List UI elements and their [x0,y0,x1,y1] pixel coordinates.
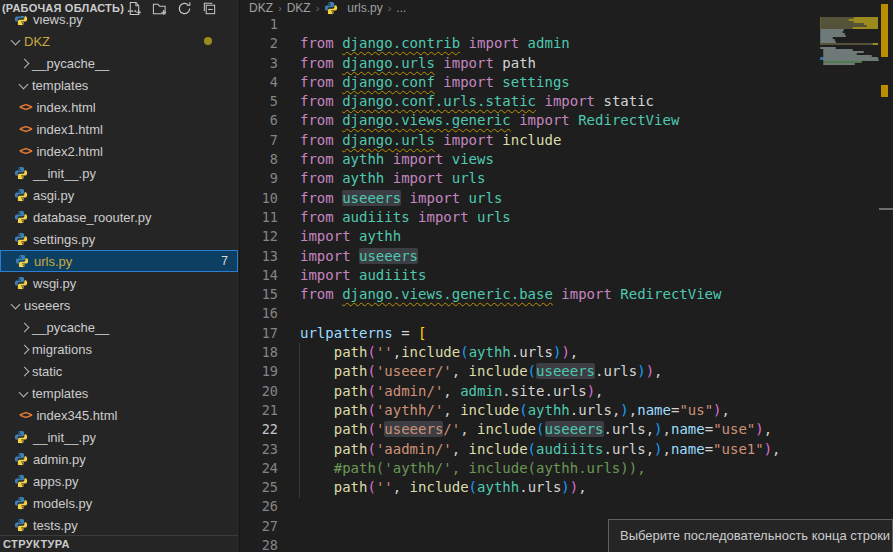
code-line[interactable]: 26 [241,497,893,516]
breadcrumb-separator-icon: › [316,2,320,14]
breadcrumb-item-...[interactable]: ... [396,1,406,15]
code-line-text: from aythh import views [300,150,494,169]
python-icon [14,232,28,246]
tree-item-label: tests.py [33,518,78,533]
tree-item-label: static [32,364,62,379]
code-line[interactable]: 15from django.views.generic.base import … [241,285,893,304]
code-line[interactable]: 23 path('aadmin/', include(audiiits.urls… [241,440,893,459]
code-line[interactable]: 9from aythh import urls [241,169,893,188]
tree-item-models.py[interactable]: models.py [0,492,238,514]
tree-item-templates[interactable]: templates [0,382,238,404]
code-line[interactable]: 17urlpatterns = [ [241,324,893,343]
code-line[interactable]: 11from audiiits import urls [241,208,893,227]
line-number: 24 [241,459,278,478]
tree-item-asgi.py[interactable]: asgi.py [0,184,238,206]
minimap[interactable] [820,15,878,125]
collapse-all-icon[interactable] [202,1,217,16]
line-number: 17 [241,324,278,343]
line-number: 21 [241,401,278,420]
code-line[interactable]: 25 path('', include(aythh.urls)), [241,478,893,497]
code-line[interactable]: 19 path('useeer/', include(useeers.urls)… [241,362,893,381]
outline-section-header[interactable]: СТРУКТУРА [0,535,238,552]
tree-item-__init__.py[interactable]: __init__.py [0,162,238,184]
tree-item-label: templates [32,78,88,93]
python-icon [324,1,338,15]
code-line[interactable]: 12import aythh [241,227,893,246]
code-line[interactable]: 22 path('useeers/', include(useeers.urls… [241,420,893,439]
code-line[interactable]: 16 [241,304,893,323]
code-line[interactable]: 3from django.urls import path [241,54,893,73]
tree-item-index1.html[interactable]: <>index1.html [0,118,238,140]
refresh-icon[interactable] [177,1,192,16]
code-line[interactable]: 2from django.contrib import admin [241,34,893,53]
python-icon [14,518,28,532]
explorer-actions [127,0,217,16]
tree-item-__pycache__[interactable]: __pycache__ [0,316,238,338]
code-line[interactable]: 18 path('',include(aythh.urls)), [241,343,893,362]
code-line[interactable]: 4from django.conf import settings [241,73,893,92]
code-area[interactable]: 12from django.contrib import admin3from … [241,15,893,552]
workspace-section-header[interactable]: (РАБОЧАЯ ОБЛАСТЬ) ... [0,0,238,16]
tree-item-useeers[interactable]: useeers [0,294,238,316]
code-line[interactable]: 13import useeers [241,247,893,266]
tree-item-tests.py[interactable]: tests.py [0,514,238,536]
code-line[interactable]: 10from useeers import urls [241,189,893,208]
tree-item-label: __init__.py [33,166,96,181]
tree-item-index345.html[interactable]: <>index345.html [0,404,238,426]
tree-item-label: index.html [36,100,95,115]
minimap-line-bar [820,43,873,45]
tree-item-label: migrations [32,342,92,357]
tree-item-index2.html[interactable]: <>index2.html [0,140,238,162]
tree-item-apps.py[interactable]: apps.py [0,470,238,492]
line-number: 16 [241,304,278,323]
code-line[interactable]: 20 path('admin/', admin.site.urls), [241,382,893,401]
tree-item-DKZ[interactable]: DKZ [0,30,238,52]
editor-pane[interactable]: DKZ›DKZ› urls.py›... 12from django.contr… [241,0,893,552]
code-line[interactable]: 1 [241,15,893,34]
tree-item-__pycache__[interactable]: __pycache__ [0,52,238,74]
new-folder-icon[interactable] [152,1,167,16]
code-line-text: path('useeers/', include(useeers.urls,),… [300,420,772,439]
tree-item-label: wsgi.py [33,276,76,291]
code-line[interactable]: 7from django.urls import include [241,131,893,150]
code-line[interactable]: 21 path('aythh/', include(aythh.urls,),n… [241,401,893,420]
code-line[interactable]: 8from aythh import views [241,150,893,169]
line-number: 13 [241,247,278,266]
new-file-icon[interactable] [127,1,142,16]
tree-item-label: admin.py [33,452,86,467]
tree-item-admin.py[interactable]: admin.py [0,448,238,470]
tree-item-urls.py[interactable]: urls.py7 [0,250,238,272]
tree-item-label: models.py [33,496,92,511]
tree-item-static[interactable]: static [0,360,238,382]
code-line-text: urlpatterns = [ [300,324,426,343]
tree-item-database_roouter.py[interactable]: database_roouter.py [0,206,238,228]
tree-item-__init__.py[interactable]: __init__.py [0,426,238,448]
tree-item-label: database_roouter.py [33,210,152,225]
tree-item-templates[interactable]: templates [0,74,238,96]
tree-item-migrations[interactable]: migrations [0,338,238,360]
outline-section-label: СТРУКТУРА [3,538,70,550]
code-line[interactable]: 24 #path('aythh/', include(aythh.urls)), [241,459,893,478]
line-number: 11 [241,208,278,227]
code-line[interactable]: 5from django.conf.urls.static import sta… [241,92,893,111]
code-line[interactable]: 14import audiiits [241,266,893,285]
indent-guide [299,343,300,498]
code-line-text: path('useeer/', include(useeers.urls)), [300,362,663,381]
breadcrumb-item-DKZ[interactable]: DKZ [249,1,273,15]
code-line-text: import aythh [300,227,401,246]
python-icon [14,166,28,180]
breadcrumb-item-urls.py[interactable]: urls.py [324,1,382,15]
line-number: 14 [241,266,278,285]
tree-item-index.html[interactable]: <>index.html [0,96,238,118]
code-line[interactable]: 6from django.views.generic import Redire… [241,111,893,130]
overview-ruler[interactable] [879,0,893,552]
tree-item-settings.py[interactable]: settings.py [0,228,238,250]
tree-item-label: settings.py [33,232,95,247]
code-line-text: path('aythh/', include(aythh.urls,),name… [300,401,730,420]
code-line-text: from django.contrib import admin [300,34,570,53]
tree-item-wsgi.py[interactable]: wsgi.py [0,272,238,294]
code-line-text: from django.conf.urls.static import stat… [300,92,654,111]
code-line-text: path('',include(aythh.urls)), [300,343,578,362]
line-number: 8 [241,150,278,169]
breadcrumb-item-DKZ[interactable]: DKZ [287,1,311,15]
